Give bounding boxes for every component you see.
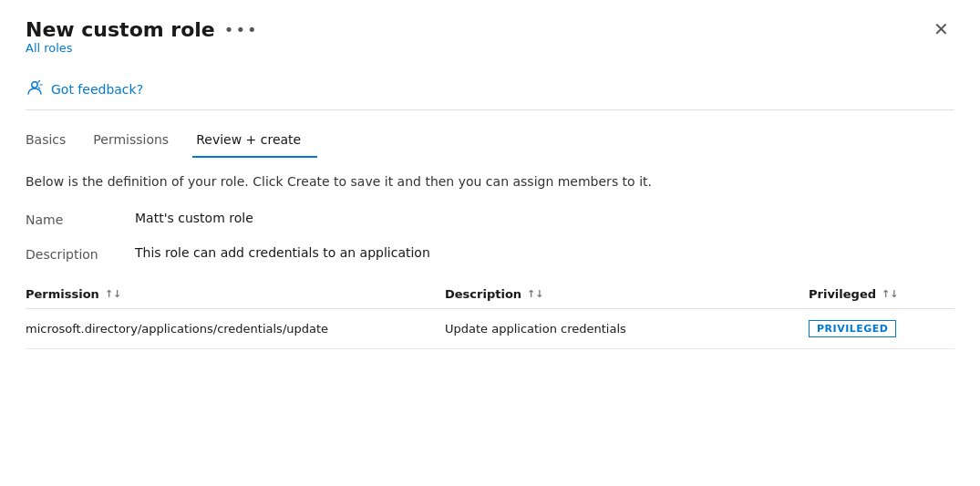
permission-sort-icon[interactable]: ↑↓ — [105, 288, 121, 300]
table-header: Permission ↑↓ Description ↑↓ Privileged … — [26, 280, 954, 309]
tab-permissions[interactable]: Permissions — [89, 125, 185, 158]
more-options-icon[interactable]: ••• — [224, 20, 259, 39]
table-row: microsoft.directory/applications/credent… — [26, 309, 954, 349]
col-header-privileged: Privileged ↑↓ — [809, 287, 954, 301]
name-value: Matt's custom role — [135, 211, 253, 225]
permissions-table: Permission ↑↓ Description ↑↓ Privileged … — [26, 280, 954, 349]
col-header-description: Description ↑↓ — [445, 287, 809, 301]
description-text: Below is the definition of your role. Cl… — [26, 174, 954, 189]
description-value: This role can add credentials to an appl… — [135, 245, 430, 260]
feedback-icon — [26, 78, 44, 100]
permission-col-label: Permission — [26, 287, 99, 301]
privileged-sort-icon[interactable]: ↑↓ — [882, 288, 898, 300]
row-privileged: PRIVILEGED — [809, 320, 954, 337]
col-header-permission: Permission ↑↓ — [26, 287, 445, 301]
panel-title: New custom role — [26, 18, 215, 41]
row-description: Update application credentials — [445, 322, 809, 336]
feedback-link[interactable]: Got feedback? — [51, 82, 143, 97]
privileged-col-label: Privileged — [809, 287, 876, 301]
description-sort-icon[interactable]: ↑↓ — [527, 288, 543, 300]
name-label: Name — [26, 211, 135, 227]
tab-basics[interactable]: Basics — [26, 125, 82, 158]
row-permission: microsoft.directory/applications/credent… — [26, 322, 445, 336]
breadcrumb[interactable]: All roles — [26, 41, 259, 55]
description-field-row: Description This role can add credential… — [26, 245, 954, 262]
close-button[interactable]: ✕ — [928, 18, 954, 40]
description-col-label: Description — [445, 287, 521, 301]
panel: New custom role ••• All roles ✕ Got feed… — [0, 0, 980, 486]
tab-review-create[interactable]: Review + create — [192, 125, 317, 158]
description-label: Description — [26, 245, 135, 262]
svg-point-0 — [32, 82, 37, 88]
panel-title-row: New custom role ••• — [26, 18, 259, 41]
privileged-badge: PRIVILEGED — [809, 320, 896, 337]
tabs: Basics Permissions Review + create — [26, 125, 954, 158]
panel-header: New custom role ••• All roles ✕ — [26, 18, 954, 66]
name-field-row: Name Matt's custom role — [26, 211, 954, 227]
feedback-row: Got feedback? — [26, 69, 954, 110]
